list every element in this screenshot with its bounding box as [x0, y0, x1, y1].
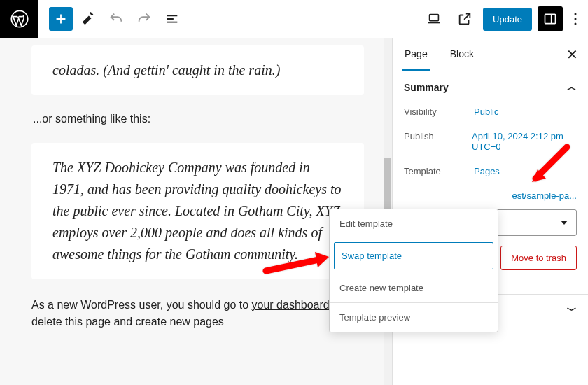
document-overview-button[interactable] [160, 6, 185, 31]
toolbar-left [38, 6, 185, 31]
wordpress-logo[interactable] [0, 0, 38, 38]
permalink-value[interactable]: est/sample-pa... [404, 190, 577, 201]
paragraph-block-2[interactable]: As a new WordPress user, you should go t… [31, 297, 364, 330]
add-block-button[interactable] [49, 7, 73, 31]
svg-point-3 [575, 13, 577, 15]
text: As a new WordPress user, you should go t… [31, 299, 252, 311]
label: Visibility [404, 106, 474, 117]
annotation-arrow [259, 246, 336, 284]
move-to-trash-button[interactable]: Move to trash [500, 246, 577, 270]
visibility-row: Visibility Public [404, 106, 577, 117]
edit-icon[interactable] [76, 6, 101, 31]
visibility-value[interactable]: Public [474, 106, 498, 117]
svg-rect-1 [430, 15, 439, 21]
annotation-arrow [525, 140, 574, 192]
more-menu-icon[interactable] [568, 13, 582, 25]
dashboard-link[interactable]: your dashboard [252, 299, 330, 311]
template-value[interactable]: Pages [474, 166, 500, 176]
topbar: Update [0, 0, 588, 38]
settings-sidebar-toggle[interactable] [538, 6, 563, 31]
label: Publish [404, 131, 472, 141]
tab-block[interactable]: Block [448, 39, 476, 71]
svg-point-5 [575, 23, 577, 25]
main: coladas. (And gettin' caught in the rain… [0, 38, 588, 385]
tab-page[interactable]: Page [402, 39, 430, 71]
quote-text: coladas. (And gettin' caught in the rain… [52, 59, 343, 81]
undo-button[interactable] [104, 6, 129, 31]
update-button[interactable]: Update [483, 8, 532, 31]
label: Template [404, 166, 474, 176]
edit-template-item[interactable]: Edit template [330, 209, 498, 238]
chevron-up-icon: ︿ [567, 81, 577, 94]
summary-header[interactable]: Summary ︿ [404, 81, 577, 94]
toolbar-right: Update [421, 6, 588, 31]
swap-template-item[interactable]: Swap template [334, 242, 493, 270]
template-popup: Edit template Swap template Create new t… [329, 209, 498, 332]
external-link-icon[interactable] [452, 6, 477, 31]
template-preview-item[interactable]: Template preview [330, 303, 498, 332]
chevron-down-icon: ﹀ [567, 304, 577, 317]
quote-block-1[interactable]: coladas. (And gettin' caught in the rain… [31, 46, 364, 95]
paragraph-block[interactable]: ...or something like this: [33, 113, 364, 125]
redo-button[interactable] [132, 6, 157, 31]
svg-rect-2 [545, 14, 556, 23]
create-new-template-item[interactable]: Create new template [330, 274, 498, 302]
close-icon[interactable]: ✕ [566, 46, 578, 63]
laptop-icon[interactable] [421, 6, 447, 31]
svg-point-4 [575, 18, 577, 20]
sidebar-tabs: Page Block ✕ [393, 38, 588, 71]
summary-title: Summary [404, 82, 449, 93]
